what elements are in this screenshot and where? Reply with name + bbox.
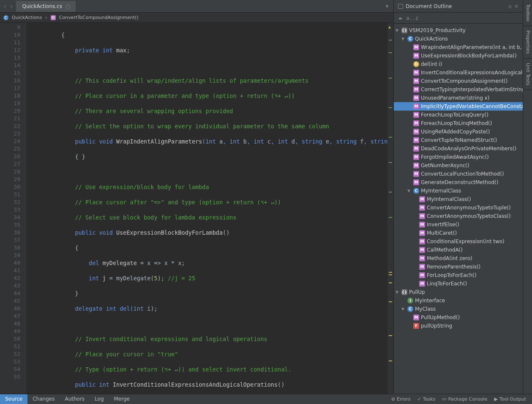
tab-merge[interactable]: Merge	[109, 394, 135, 404]
tab-changes[interactable]: Changes	[27, 394, 60, 404]
tree-method[interactable]: MForLoopToForEach()	[394, 271, 523, 279]
tree-method[interactable]: MForeachLoopToLinqQuery()	[394, 111, 523, 119]
tree-method[interactable]: MUseExpressionBlockBodyForLambda()	[394, 52, 523, 60]
tree-method[interactable]: MMethodA(int zero)	[394, 254, 523, 263]
status-bar: ⊘Errors ✓Tasks ▭Package Console ▶Tool Ou…	[371, 394, 532, 404]
status-tool-output[interactable]: ▶Tool Output	[494, 396, 526, 402]
status-tasks[interactable]: ✓Tasks	[417, 396, 436, 402]
code-editor[interactable]: { private int max; // This codefix will …	[26, 23, 387, 394]
sidebar-tab-toolbox[interactable]: Toolbox	[523, 0, 532, 26]
error-icon: ⊘	[391, 396, 395, 402]
tab-source[interactable]: Source	[0, 394, 27, 404]
document-icon	[398, 4, 403, 9]
breadcrumb-method[interactable]: ConvertToCompoundAssignment()	[59, 15, 139, 20]
tree-method[interactable]: MConvertAnonymousTypetoClass()	[394, 212, 523, 220]
tree-method-selected[interactable]: MImplicitlyTypedVariablesCannotBeConstan…	[394, 102, 523, 111]
tab-bar: ‹ › QuickActions.cs ○ ▼	[0, 0, 393, 13]
tree-namespace[interactable]: ▼{}PullUp	[394, 288, 523, 296]
tree-method[interactable]: MConditionalExpression(int two)	[394, 237, 523, 246]
marker-strip: ▲	[387, 23, 393, 394]
tree-method[interactable]: MMultiCaret()	[394, 229, 523, 237]
tree-method[interactable]: MCorrectTypingInterpolatedVerbatimString…	[394, 85, 523, 94]
breadcrumb: C QuickActions › M ConvertToCompoundAssi…	[0, 13, 393, 23]
tree-method[interactable]: MForgotImpliedAwaitAsync()	[394, 153, 523, 161]
tree-method[interactable]: MGenerateDeconstructMethod()	[394, 178, 523, 187]
method-icon: M	[51, 15, 56, 20]
tree-method[interactable]: MConvertTupleToNamedStruct()	[394, 136, 523, 144]
tab-dropdown-icon[interactable]: ▼	[381, 4, 393, 8]
warning-icon: ▲	[388, 24, 391, 29]
check-icon: ✓	[417, 396, 421, 402]
close-icon[interactable]: ○	[65, 3, 70, 9]
status-errors[interactable]: ⊘Errors	[391, 396, 411, 402]
tree-class[interactable]: ▼CQuickActions	[394, 35, 523, 43]
tab-authors[interactable]: Authors	[60, 394, 90, 404]
sidebar-tab-unit-tests[interactable]: Unit Tests	[523, 59, 532, 90]
tree-class[interactable]: ▼CMyInternalClass	[394, 187, 523, 195]
close-panel-icon[interactable]: ×	[514, 3, 518, 9]
tree-method[interactable]: MLinqToForEach()	[394, 279, 523, 288]
tree-method[interactable]: MGetNumberAsync()	[394, 161, 523, 170]
tree-interface[interactable]: IMyInterface	[394, 296, 523, 305]
class-icon: C	[3, 15, 8, 20]
chevron-right-icon: ›	[45, 15, 47, 20]
line-gutter: 9101112131415161718192021222324252627282…	[0, 23, 26, 394]
sort-label[interactable]: a..z	[406, 15, 418, 21]
status-package-console[interactable]: ▭Package Console	[442, 396, 487, 402]
tree-method[interactable]: MUsingRefAddedCopyPaste()	[394, 127, 523, 136]
breadcrumb-class[interactable]: QuickActions	[12, 15, 42, 20]
nav-forward-icon[interactable]: ›	[10, 3, 13, 9]
tree-namespace[interactable]: ▼{}VSM2019_Productivity	[394, 26, 523, 35]
tree-field[interactable]: FpullUpString	[394, 322, 523, 330]
maximize-icon[interactable]: ▫	[508, 3, 512, 9]
outline-tree: ▼{}VSM2019_Productivity ▼CQuickActions M…	[394, 24, 523, 404]
sidebar-tab-properties[interactable]: Properties	[523, 26, 532, 59]
tree-method[interactable]: MConvertToCompoundAssignment()	[394, 77, 523, 85]
tree-class[interactable]: ▼CMyClass	[394, 305, 523, 313]
tree-method[interactable]: MUnusedParameter(string x)	[394, 94, 523, 102]
collapse-icon[interactable]: ▬	[399, 15, 402, 21]
tree-method[interactable]: MConvertLocalFunctionToMethod()	[394, 170, 523, 178]
nav-back-icon[interactable]: ‹	[3, 3, 6, 9]
tree-method[interactable]: MConvertAnonymousTypetoTuple()	[394, 203, 523, 212]
tree-method[interactable]: MMyInternalClass()	[394, 195, 523, 203]
tree-method[interactable]: MCallMethodA()	[394, 246, 523, 254]
tree-delegate[interactable]: Ddel(int i)	[394, 60, 523, 68]
bottom-tabs: Source Changes Authors Log Merge	[0, 394, 393, 404]
tree-method[interactable]: MRemoveParenthesis()	[394, 263, 523, 271]
tree-method[interactable]: MForeachLoopToLinqMethod()	[394, 119, 523, 127]
outline-title: Document Outline	[406, 3, 452, 9]
tree-method[interactable]: MInvertIfElse()	[394, 220, 523, 229]
file-tab[interactable]: QuickActions.cs ○	[16, 1, 76, 12]
terminal-icon: ▭	[442, 396, 446, 402]
play-icon: ▶	[494, 396, 497, 402]
tab-filename: QuickActions.cs	[22, 3, 62, 9]
tree-method[interactable]: MInvertConditionalExpressionsAndLogicalO…	[394, 68, 523, 77]
tree-method[interactable]: MPullUpMethod()	[394, 313, 523, 322]
tree-method[interactable]: MDeadCodeAnalysOnPrivateMembers()	[394, 144, 523, 153]
tab-log[interactable]: Log	[90, 394, 109, 404]
tree-method[interactable]: MWrapIndentAlignParameters(int a, int b,…	[394, 43, 523, 52]
